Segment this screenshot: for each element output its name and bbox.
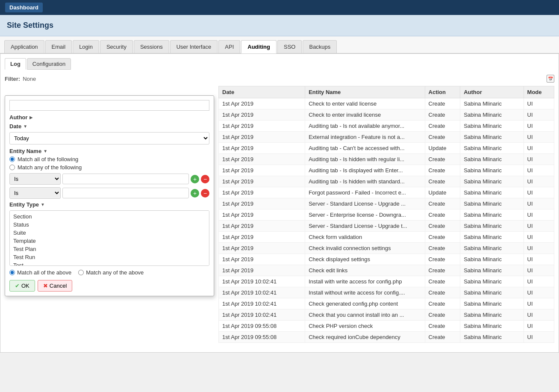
table-cell: 1st Apr 2019: [219, 109, 305, 121]
table-cell: Sabina Mlinaric: [460, 332, 524, 343]
entity-type-item[interactable]: Template: [12, 237, 207, 245]
table-row[interactable]: 1st Apr 2019Check form validationCreateS…: [219, 232, 554, 243]
match-above-any-label-row[interactable]: Match any of the above: [78, 269, 144, 276]
table-cell: Sabina Mlinaric: [460, 232, 524, 243]
table-cell: Sabina Mlinaric: [460, 254, 524, 265]
date-arrow: ▼: [23, 124, 27, 129]
cancel-label: Cancel: [50, 283, 67, 289]
entity-type-list[interactable]: SectionStatusSuiteTemplateTest PlanTest …: [9, 210, 209, 266]
table-cell: UI: [524, 209, 554, 221]
entity-type-item[interactable]: Test Plan: [12, 245, 207, 253]
table-cell: Create: [425, 221, 460, 232]
date-select[interactable]: TodayYesterdayThis WeekThis MonthCustom: [9, 132, 209, 144]
sub-tab-configuration[interactable]: Configuration: [27, 58, 71, 70]
tab-email[interactable]: Email: [45, 40, 72, 53]
table-cell: UI: [524, 176, 554, 187]
table-cell: Create: [425, 309, 460, 321]
table-cell: Check generated config.php content: [305, 298, 425, 309]
calendar-icon[interactable]: 📅: [547, 75, 554, 83]
table-row[interactable]: 1st Apr 2019Check invalid connection set…: [219, 243, 554, 254]
table-row[interactable]: 1st Apr 2019Auditing tab - Is not availa…: [219, 121, 554, 132]
table-row[interactable]: 1st Apr 2019Server - Standard License - …: [219, 198, 554, 209]
table-row[interactable]: 1st Apr 2019 10:02:41Install with write …: [219, 276, 554, 287]
table-row[interactable]: 1st Apr 2019Forgot password - Failed - I…: [219, 187, 554, 198]
condition-add-1[interactable]: +: [191, 189, 199, 197]
table-row[interactable]: 1st Apr 2019Auditing tab - Is displayed …: [219, 165, 554, 176]
tab-api[interactable]: API: [218, 40, 240, 53]
table-row[interactable]: 1st Apr 2019 09:55:08Check required ionC…: [219, 332, 554, 343]
match-any-radio-row[interactable]: Match any of the following: [9, 164, 209, 171]
table-row[interactable]: 1st Apr 2019Auditing tab - Can't be acce…: [219, 143, 554, 154]
table-row[interactable]: 1st Apr 2019Auditing tab - Is hidden wit…: [219, 176, 554, 187]
tab-security[interactable]: Security: [100, 40, 133, 53]
table-cell: 1st Apr 2019: [219, 254, 305, 265]
entity-type-item[interactable]: Test Run: [12, 253, 207, 261]
table-cell: UI: [524, 232, 554, 243]
main-content: LogConfiguration Filter: None 📅 Author ▶…: [0, 53, 559, 353]
condition-operator-1[interactable]: IsIs NotContainsStarts WithEnds With: [9, 187, 61, 199]
table-cell: Create: [425, 298, 460, 309]
table-cell: Server - Standard License - Upgrade ...: [305, 198, 425, 209]
table-row[interactable]: 1st Apr 2019External integration - Featu…: [219, 132, 554, 143]
table-cell: Create: [425, 332, 460, 343]
table-row[interactable]: 1st Apr 2019Check to enter valid license…: [219, 98, 554, 109]
tab-application[interactable]: Application: [4, 40, 44, 53]
match-above-any-radio[interactable]: [78, 270, 84, 275]
table-row[interactable]: 1st Apr 2019Check displayed settingsCrea…: [219, 254, 554, 265]
tab-user-interface[interactable]: User Interface: [170, 40, 218, 53]
table-row[interactable]: 1st Apr 2019Auditing tab - Is hidden wit…: [219, 154, 554, 165]
table-row[interactable]: 1st Apr 2019Server - Standard License - …: [219, 221, 554, 232]
table-row[interactable]: 1st Apr 2019 10:02:41Check that you cann…: [219, 309, 554, 321]
match-all-radio[interactable]: [9, 156, 15, 162]
entity-type-item[interactable]: Test: [12, 261, 207, 266]
entity-type-item[interactable]: Status: [12, 221, 207, 229]
table-cell: Check displayed settings: [305, 254, 425, 265]
tab-backups[interactable]: Backups: [303, 40, 337, 53]
dashboard-button[interactable]: Dashboard: [5, 3, 43, 12]
table-cell: 1st Apr 2019: [219, 221, 305, 232]
condition-value-0[interactable]: [62, 174, 189, 184]
entity-type-item[interactable]: Suite: [12, 229, 207, 237]
table-row[interactable]: 1st Apr 2019 10:02:41Install without wri…: [219, 287, 554, 298]
date-label: Date: [9, 123, 21, 130]
condition-remove-1[interactable]: −: [201, 189, 209, 197]
table-cell: Sabina Mlinaric: [460, 109, 524, 121]
table-cell: Sabina Mlinaric: [460, 165, 524, 176]
cancel-icon: ✖: [43, 283, 48, 289]
tab-auditing[interactable]: Auditing: [241, 40, 277, 53]
table-cell: 1st Apr 2019: [219, 243, 305, 254]
filter-search-input[interactable]: [9, 100, 209, 111]
table-row[interactable]: 1st Apr 2019 09:55:08Check PHP version c…: [219, 321, 554, 332]
sub-tab-log[interactable]: Log: [5, 58, 26, 70]
table-cell: Create: [425, 232, 460, 243]
table-row[interactable]: 1st Apr 2019Check edit linksCreateSabina…: [219, 265, 554, 276]
tab-sso[interactable]: SSO: [277, 40, 302, 53]
condition-add-0[interactable]: +: [191, 175, 199, 183]
table-cell: Sabina Mlinaric: [460, 298, 524, 309]
condition-operator-0[interactable]: IsIs NotContainsStarts WithEnds With: [9, 173, 61, 185]
table-filter-area: Author ▶ Date ▼ TodayYesterdayThis WeekT…: [5, 86, 554, 343]
match-any-radio[interactable]: [9, 165, 15, 170]
tab-sessions[interactable]: Sessions: [134, 40, 169, 53]
col-mode: Mode: [524, 86, 554, 98]
ok-button[interactable]: ✔ OK: [9, 280, 35, 292]
condition-remove-0[interactable]: −: [201, 175, 209, 183]
match-all-radio-row[interactable]: Match all of the following: [9, 156, 209, 162]
match-any-label: Match any of the following: [18, 164, 82, 171]
match-above-all-label-row[interactable]: Match all of the above: [9, 269, 71, 276]
table-row[interactable]: 1st Apr 2019Server - Enterprise license …: [219, 209, 554, 221]
table-cell: Sabina Mlinaric: [460, 143, 524, 154]
entity-type-item[interactable]: Section: [12, 212, 207, 221]
table-cell: Sabina Mlinaric: [460, 309, 524, 321]
table-cell: 1st Apr 2019: [219, 143, 305, 154]
match-above-all-radio[interactable]: [9, 270, 15, 275]
table-row[interactable]: 1st Apr 2019Check to enter invalid licen…: [219, 109, 554, 121]
condition-value-1[interactable]: [62, 188, 189, 198]
entity-name-arrow: ▼: [43, 149, 47, 153]
table-row[interactable]: 1st Apr 2019 10:02:41Check generated con…: [219, 298, 554, 309]
table-cell: Create: [425, 243, 460, 254]
tab-login[interactable]: Login: [73, 40, 99, 53]
cancel-button[interactable]: ✖ Cancel: [38, 280, 72, 292]
table-cell: 1st Apr 2019 10:02:41: [219, 287, 305, 298]
match-above-all-label: Match all of the above: [17, 269, 71, 276]
